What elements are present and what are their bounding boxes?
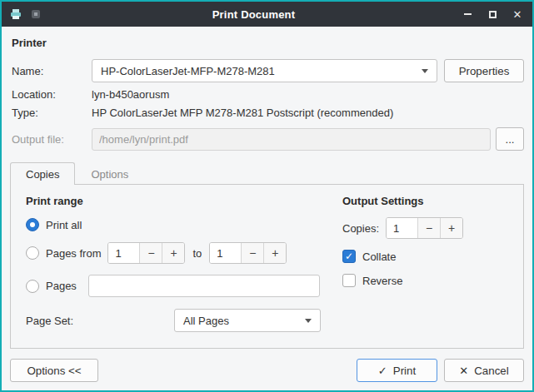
printer-name-label: Name:	[10, 65, 92, 77]
reverse-checkbox[interactable]	[342, 274, 356, 287]
chevron-down-icon	[422, 69, 428, 73]
pages-from-label: Pages from	[46, 247, 101, 260]
pages-from-radio[interactable]	[26, 246, 39, 260]
dialog-footer: Options << ✓ Print ✕ Cancel	[10, 354, 524, 384]
minimize-button[interactable]	[459, 6, 476, 22]
window-title: Print Document	[48, 8, 459, 21]
cancel-button-label: Cancel	[474, 365, 509, 377]
pin-icon	[31, 9, 41, 19]
pages-to-decrement-button[interactable]: −	[241, 243, 263, 263]
window-app-icon[interactable]	[8, 7, 23, 22]
footer-actions: ✓ Print ✕ Cancel	[357, 359, 524, 382]
copies-spinner[interactable]: 1 − +	[386, 217, 463, 239]
output-file-label: Output file:	[10, 133, 92, 146]
cancel-button[interactable]: ✕ Cancel	[444, 359, 524, 382]
collate-label: Collate	[362, 251, 396, 263]
pages-from-row: Pages from 1 − + to 1 − +	[26, 242, 336, 264]
close-button[interactable]: ✕	[509, 6, 526, 22]
pages-from-increment-button[interactable]: +	[162, 243, 184, 263]
printer-name-value: HP-ColorLaserJet-MFP-M278-M281	[101, 65, 275, 77]
copies-label: Copies:	[342, 222, 379, 235]
collate-row[interactable]: ✓ Collate	[342, 250, 518, 263]
copies-tab-panel: Print range Print all Pages from 1 − + t…	[10, 184, 524, 349]
page-set-label: Page Set:	[26, 315, 174, 327]
page-set-combobox[interactable]: All Pages	[174, 309, 321, 332]
printer-name-row: Name: HP-ColorLaserJet-MFP-M278-M281 Pro…	[10, 59, 524, 82]
pages-to-increment-button[interactable]: +	[263, 243, 286, 263]
pages-from-decrement-button[interactable]: −	[139, 243, 162, 263]
output-settings-group: Output Settings Copies: 1 − + ✓ Collate	[336, 193, 518, 340]
tab-options[interactable]: Options	[75, 162, 144, 185]
print-all-label: Print all	[46, 219, 82, 231]
output-settings-title: Output Settings	[342, 195, 518, 207]
reverse-label: Reverse	[362, 275, 402, 287]
output-file-input[interactable]	[92, 128, 491, 151]
pages-input[interactable]	[88, 275, 320, 297]
pages-radio[interactable]	[26, 280, 39, 293]
printer-type-row: Type: HP ColorLaserJet MFP M278-M281 Pos…	[10, 107, 524, 119]
printer-type-value: HP ColorLaserJet MFP M278-M281 Postscrip…	[92, 107, 393, 119]
print-all-row[interactable]: Print all	[26, 218, 336, 231]
pages-row: Pages	[26, 275, 336, 297]
properties-button[interactable]: Properties	[444, 59, 524, 82]
dialog-content: Printer Name: HP-ColorLaserJet-MFP-M278-…	[2, 27, 532, 390]
printer-section-title: Printer	[12, 37, 524, 49]
print-document-dialog: Print Document ✕ Printer Name: HP-ColorL…	[0, 0, 534, 392]
chevron-down-icon	[305, 319, 312, 323]
browse-button[interactable]: ...	[496, 127, 524, 151]
printer-type-label: Type:	[10, 107, 92, 119]
maximize-button[interactable]	[484, 6, 501, 22]
printer-location-label: Location:	[10, 88, 92, 101]
tab-bar: Copies Options	[10, 162, 524, 184]
check-icon: ✓	[345, 251, 353, 262]
pages-to-spinner[interactable]: 1 − +	[209, 242, 287, 264]
output-file-row: Output file: ...	[10, 127, 524, 151]
reverse-row[interactable]: Reverse	[342, 274, 518, 287]
printer-location-value: lyn-b450aorusm	[92, 88, 169, 101]
pages-to-value[interactable]: 1	[210, 243, 241, 263]
printer-location-row: Location: lyn-b450aorusm	[10, 88, 524, 101]
cross-icon: ✕	[459, 365, 468, 377]
check-icon: ✓	[378, 365, 387, 377]
page-set-row: Page Set: All Pages	[26, 309, 336, 332]
pages-from-spinner[interactable]: 1 − +	[107, 242, 185, 264]
tab-copies[interactable]: Copies	[10, 162, 75, 185]
print-button-label: Print	[393, 365, 416, 377]
maximize-icon	[489, 11, 497, 18]
print-button[interactable]: ✓ Print	[357, 359, 437, 382]
copies-decrement-button[interactable]: −	[417, 218, 440, 238]
page-set-value: All Pages	[183, 315, 229, 327]
pages-to-label: to	[192, 247, 202, 260]
window-controls: ✕	[459, 6, 526, 22]
pages-from-value[interactable]: 1	[108, 243, 139, 263]
options-toggle-button[interactable]: Options <<	[10, 359, 98, 382]
print-all-radio[interactable]	[26, 218, 39, 231]
print-range-group: Print range Print all Pages from 1 − + t…	[26, 193, 336, 340]
copies-value[interactable]: 1	[387, 218, 417, 238]
minimize-icon	[464, 13, 472, 15]
pages-label: Pages	[46, 280, 77, 292]
printer-icon	[10, 8, 22, 20]
copies-row: Copies: 1 − +	[342, 217, 518, 239]
window-pin-icon[interactable]	[28, 7, 43, 22]
printer-name-combobox[interactable]: HP-ColorLaserJet-MFP-M278-M281	[92, 59, 437, 82]
print-range-title: Print range	[26, 195, 336, 207]
collate-checkbox[interactable]: ✓	[342, 250, 356, 263]
titlebar[interactable]: Print Document ✕	[2, 2, 532, 27]
copies-increment-button[interactable]: +	[440, 218, 462, 238]
